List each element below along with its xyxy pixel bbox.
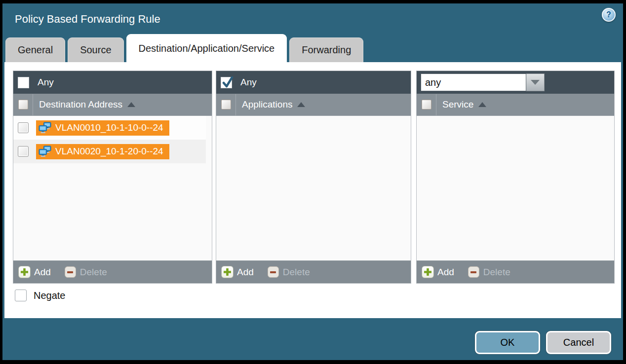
applications-column-header[interactable]: Applications xyxy=(242,99,292,110)
service-delete-button[interactable]: Delete xyxy=(454,266,510,278)
header-divider xyxy=(33,94,33,115)
negate-row: Negate xyxy=(15,290,66,301)
applications-column-header-bar: Applications xyxy=(216,94,411,116)
applications-delete-button[interactable]: Delete xyxy=(254,266,310,278)
plus-icon xyxy=(221,266,234,278)
checkmark-icon xyxy=(221,76,234,89)
tab-destination-application-service[interactable]: Destination/Application/Service xyxy=(126,34,287,62)
selection-panels: Any Destination Address VLAN0010_10-1-10… xyxy=(13,71,615,284)
plus-icon xyxy=(18,266,31,278)
destination-column-header-bar: Destination Address xyxy=(13,94,212,116)
address-object-label: VLAN0010_10-1-10-0--24 xyxy=(55,122,163,133)
service-select-all-checkbox[interactable] xyxy=(422,100,431,109)
address-object-chip[interactable]: VLAN0020_10-1-20-0--24 xyxy=(36,144,169,159)
cancel-button[interactable]: Cancel xyxy=(546,331,611,354)
minus-icon xyxy=(65,266,76,278)
applications-any-label: Any xyxy=(240,77,257,88)
service-panel: any Service xyxy=(416,71,615,284)
destination-select-all-checkbox[interactable] xyxy=(18,100,28,109)
service-dropdown-bar: any xyxy=(417,71,614,94)
service-dropdown-value[interactable]: any xyxy=(421,73,526,91)
header-divider xyxy=(436,94,436,115)
applications-any-bar: Any xyxy=(216,71,411,94)
tab-source[interactable]: Source xyxy=(68,37,123,62)
question-mark-glyph: ? xyxy=(606,10,611,19)
service-dropdown-button[interactable] xyxy=(526,73,545,91)
applications-any-checkbox[interactable] xyxy=(221,77,232,88)
service-dropdown[interactable]: any xyxy=(421,73,545,91)
destination-address-list: VLAN0010_10-1-10-0--24VLAN0020_10-1-20-0… xyxy=(13,116,212,260)
chevron-down-icon xyxy=(531,80,540,85)
tab-content: Any Destination Address VLAN0010_10-1-10… xyxy=(4,62,621,318)
destination-address-row[interactable]: VLAN0010_10-1-10-0--24 xyxy=(13,116,206,140)
policy-based-forwarding-dialog: Policy Based Forwarding Rule ? General S… xyxy=(2,3,623,360)
network-group-icon xyxy=(39,146,52,158)
destination-any-checkbox[interactable] xyxy=(18,77,29,88)
sort-asc-icon[interactable] xyxy=(297,102,305,107)
network-group-icon xyxy=(39,122,52,134)
service-toolbar: Add Delete xyxy=(417,260,614,283)
service-column-header[interactable]: Service xyxy=(442,99,473,110)
dialog-actions: OK Cancel xyxy=(475,331,611,354)
plus-icon xyxy=(422,266,434,278)
destination-any-bar: Any xyxy=(13,71,212,94)
sort-asc-icon[interactable] xyxy=(478,102,486,107)
minus-icon xyxy=(468,266,479,278)
minus-icon xyxy=(268,266,279,278)
service-add-button[interactable]: Add xyxy=(422,266,454,278)
tab-general[interactable]: General xyxy=(5,37,65,62)
help-icon[interactable]: ? xyxy=(602,8,616,22)
address-object-label: VLAN0020_10-1-20-0--24 xyxy=(55,146,163,157)
service-list xyxy=(417,116,614,260)
ok-button[interactable]: OK xyxy=(475,331,540,354)
destination-toolbar: Add Delete xyxy=(13,260,212,283)
negate-label: Negate xyxy=(34,290,66,301)
service-column-header-bar: Service xyxy=(417,94,614,116)
row-checkbox[interactable] xyxy=(18,122,29,133)
header-divider xyxy=(235,94,236,115)
applications-select-all-checkbox[interactable] xyxy=(221,100,231,109)
destination-add-button[interactable]: Add xyxy=(18,266,51,278)
destination-delete-button[interactable]: Delete xyxy=(51,266,107,278)
applications-toolbar: Add Delete xyxy=(216,260,411,283)
applications-list xyxy=(216,116,411,260)
tab-forwarding[interactable]: Forwarding xyxy=(289,37,363,62)
applications-add-button[interactable]: Add xyxy=(221,266,254,278)
destination-any-label: Any xyxy=(38,77,54,88)
dialog-title: Policy Based Forwarding Rule xyxy=(15,13,160,26)
address-object-chip[interactable]: VLAN0010_10-1-10-0--24 xyxy=(36,120,169,136)
tab-bar: General Source Destination/Application/S… xyxy=(5,34,363,62)
negate-checkbox[interactable] xyxy=(15,290,27,301)
destination-address-panel: Any Destination Address VLAN0010_10-1-10… xyxy=(13,71,212,284)
row-checkbox[interactable] xyxy=(18,146,29,157)
destination-address-row[interactable]: VLAN0020_10-1-20-0--24 xyxy=(13,140,206,163)
sort-asc-icon[interactable] xyxy=(127,102,135,107)
applications-panel: Any Applications Add xyxy=(216,71,411,284)
destination-column-header[interactable]: Destination Address xyxy=(39,99,122,110)
